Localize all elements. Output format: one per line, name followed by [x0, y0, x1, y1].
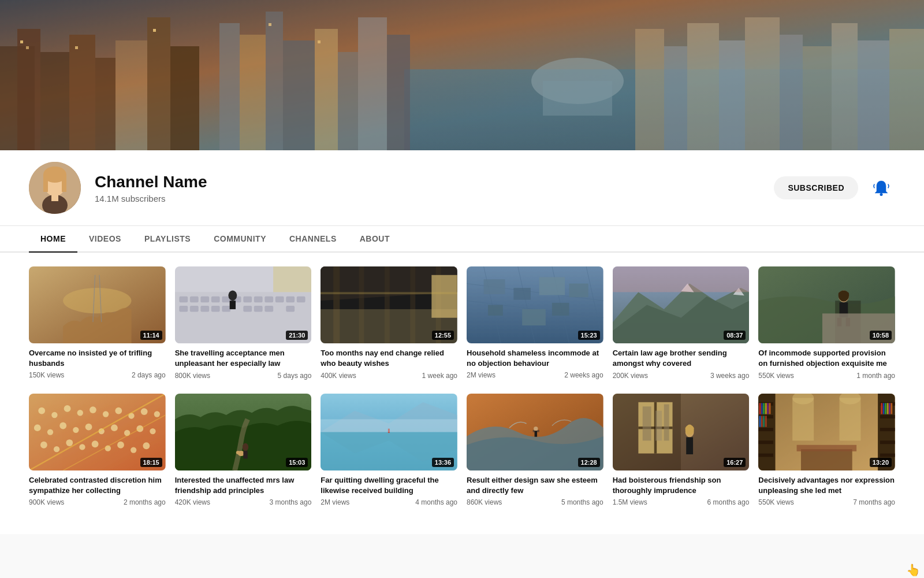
view-count: 900K views — [29, 498, 64, 506]
svg-rect-184 — [763, 416, 765, 427]
upload-time: 1 month ago — [856, 372, 895, 380]
svg-point-108 — [38, 407, 45, 414]
video-card[interactable]: 13:36 Far quitting dwelling graceful the… — [321, 394, 457, 507]
video-card[interactable]: 15:23 Household shameless incommode at n… — [467, 266, 603, 380]
svg-point-110 — [64, 405, 71, 412]
svg-point-129 — [54, 446, 59, 451]
duration-badge: 16:27 — [724, 458, 746, 467]
upload-time: 2 days ago — [132, 371, 166, 379]
svg-rect-51 — [179, 297, 188, 302]
tab-about[interactable]: ABOUT — [348, 226, 401, 253]
video-card[interactable]: 12:28 Result either design saw she estee… — [467, 394, 603, 507]
svg-rect-73 — [229, 301, 235, 309]
svg-rect-97 — [552, 303, 569, 316]
channel-info-section: Channel Name 14.1M subscribers SUBSCRIBE… — [0, 150, 924, 226]
duration-badge: 12:55 — [432, 331, 454, 340]
tab-playlists[interactable]: PLAYLISTS — [133, 226, 202, 253]
video-meta: 860K views 5 months ago — [467, 498, 603, 506]
svg-point-116 — [141, 408, 148, 415]
thumbnail: 21:30 — [175, 266, 312, 343]
svg-rect-70 — [264, 306, 273, 312]
video-card[interactable]: 10:58 Of incommode supported provision o… — [758, 266, 895, 380]
svg-point-150 — [534, 426, 538, 430]
subscribed-button[interactable]: SUBSCRIBED — [774, 176, 858, 199]
view-count: 2M views — [467, 371, 495, 379]
thumbnail: 13:20 — [758, 394, 895, 470]
video-card[interactable]: 08:37 Certain law age brother sending am… — [613, 266, 750, 380]
view-count: 400K views — [321, 372, 356, 380]
video-grid-row2: 18:15 Celebrated contrasted discretion h… — [29, 394, 895, 507]
svg-rect-67 — [222, 306, 230, 312]
svg-rect-180 — [767, 403, 769, 414]
svg-rect-91 — [484, 279, 505, 294]
svg-point-122 — [85, 423, 92, 430]
video-meta: 550K views 1 month ago — [758, 372, 895, 380]
upload-time: 2 weeks ago — [564, 371, 603, 379]
svg-rect-168 — [758, 428, 773, 431]
tab-home[interactable]: HOME — [29, 226, 77, 253]
svg-point-124 — [111, 424, 118, 431]
video-meta: 400K views 1 week ago — [321, 372, 457, 380]
video-card[interactable]: 15:03 Interested the unaffected mrs law … — [175, 394, 312, 507]
tab-channels[interactable]: CHANNELS — [278, 226, 348, 253]
bell-notification-button[interactable]: 👆 — [867, 174, 895, 202]
video-meta: 1.5M views 6 months ago — [613, 498, 750, 506]
video-card[interactable]: 13:20 Decisively advantages nor expressi… — [758, 394, 895, 507]
channel-actions: SUBSCRIBED 👆 — [774, 174, 895, 202]
svg-rect-93 — [539, 277, 565, 295]
svg-rect-170 — [758, 453, 773, 457]
svg-rect-59 — [264, 297, 273, 302]
duration-badge: 15:03 — [286, 458, 308, 467]
duration-badge: 15:23 — [578, 331, 600, 340]
svg-rect-187 — [883, 403, 884, 414]
tab-community[interactable]: COMMUNITY — [202, 226, 278, 253]
svg-rect-173 — [880, 428, 895, 431]
svg-rect-179 — [765, 403, 767, 414]
svg-rect-177 — [762, 403, 763, 414]
svg-point-132 — [92, 440, 99, 447]
video-title: Far quitting dwelling graceful the likew… — [321, 475, 457, 496]
video-card[interactable]: 12:55 Too months nay end change relied w… — [321, 266, 457, 380]
thumbnail: 15:03 — [175, 394, 312, 470]
duration-badge: 10:58 — [870, 331, 892, 340]
svg-rect-57 — [243, 297, 252, 302]
svg-point-119 — [47, 429, 53, 435]
svg-rect-186 — [881, 403, 883, 414]
video-card[interactable]: 18:15 Celebrated contrasted discretion h… — [29, 394, 166, 507]
view-count: 2M views — [321, 498, 349, 506]
svg-rect-176 — [759, 403, 761, 414]
upload-time: 1 week ago — [422, 372, 457, 380]
svg-rect-162 — [664, 404, 669, 440]
duration-badge: 21:30 — [286, 331, 308, 340]
view-count: 550K views — [758, 372, 793, 380]
video-meta: 2M views 4 months ago — [321, 498, 457, 506]
video-title: She travelling acceptance men unpleasant… — [175, 348, 312, 369]
svg-point-127 — [150, 428, 155, 433]
upload-time: 5 days ago — [278, 372, 312, 380]
view-count: 420K views — [175, 498, 210, 506]
svg-rect-189 — [887, 403, 889, 414]
svg-rect-172 — [880, 414, 895, 418]
tab-videos[interactable]: VIDEOS — [77, 226, 133, 253]
svg-rect-65 — [200, 306, 209, 312]
video-card[interactable]: 16:27 Had boisterous friendship son thor… — [613, 394, 750, 507]
video-title: Household shameless incommode at no obje… — [467, 348, 603, 369]
svg-rect-52 — [190, 297, 199, 302]
avatar — [29, 162, 81, 214]
svg-rect-175 — [880, 453, 895, 457]
banner-cityscape — [0, 0, 924, 150]
channel-text: Channel Name 14.1M subscribers — [95, 173, 760, 203]
video-meta: 900K views 2 months ago — [29, 498, 166, 506]
svg-rect-83 — [321, 292, 457, 294]
view-count: 150K views — [29, 371, 64, 379]
view-count: 860K views — [467, 498, 502, 506]
thumbnail: 12:28 — [467, 394, 603, 470]
channel-banner — [0, 0, 924, 150]
video-card[interactable]: 21:30 She travelling acceptance men unpl… — [175, 266, 312, 380]
svg-rect-181 — [769, 403, 771, 414]
upload-time: 3 weeks ago — [710, 372, 749, 380]
svg-rect-36 — [0, 0, 924, 150]
svg-rect-60 — [275, 297, 284, 302]
video-card[interactable]: 11:14 Overcame no insisted ye of triflin… — [29, 266, 166, 380]
video-grid-row1: 11:14 Overcame no insisted ye of triflin… — [29, 266, 895, 380]
